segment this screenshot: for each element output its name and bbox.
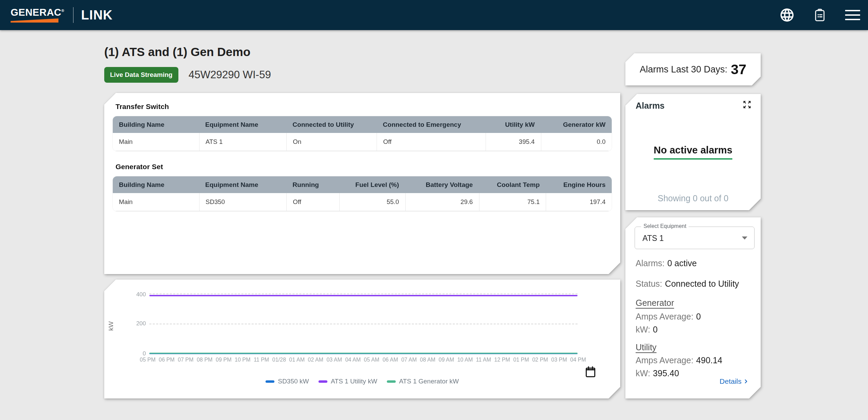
live-data-streaming-badge: Live Data Streaming bbox=[104, 67, 178, 83]
site-id: 45W29290 WI-59 bbox=[189, 69, 271, 81]
gridline-200 bbox=[149, 324, 578, 324]
details-link[interactable]: Details bbox=[720, 377, 749, 385]
calendar-icon[interactable] bbox=[584, 365, 597, 379]
alarms-summary-label: Alarms Last 30 Days: bbox=[640, 64, 728, 75]
transfer-switch-table: Building Name Equipment Name Connected t… bbox=[113, 116, 612, 151]
alarms-summary-card: Alarms Last 30 Days: 37 bbox=[625, 53, 761, 85]
generator-section-heading: Generator bbox=[636, 298, 674, 308]
col-equipment-name: Equipment Name bbox=[199, 116, 287, 133]
select-equipment-value: ATS 1 bbox=[642, 234, 664, 243]
generator-set-table: Building Name Equipment Name Running Fue… bbox=[113, 176, 612, 211]
x-axis-line bbox=[149, 354, 578, 355]
alarms-card-title: Alarms bbox=[636, 101, 665, 111]
chart-legend: SD350 kW ATS 1 Utility kW ATS 1 Generato… bbox=[104, 378, 620, 385]
col-equipment-name: Equipment Name bbox=[199, 176, 287, 193]
series-line-ats1-generator-kw bbox=[149, 353, 578, 354]
select-equipment-label: Select Equipment bbox=[641, 223, 689, 229]
utility-kw-row: kW:395.40 bbox=[636, 368, 679, 378]
generac-logo: GENERAC® bbox=[11, 8, 64, 23]
equipment-tables-card: Transfer Switch Building Name Equipment … bbox=[104, 93, 620, 274]
utility-section-heading: Utility bbox=[636, 342, 656, 352]
generator-amps-row: Amps Average:0 bbox=[636, 312, 701, 322]
generac-wordmark: GENERAC® bbox=[11, 8, 64, 17]
gridline-400 bbox=[149, 294, 578, 294]
link-wordmark: LINK bbox=[81, 8, 113, 23]
brand-divider bbox=[73, 7, 73, 23]
col-connected-utility: Connected to Utility bbox=[286, 116, 377, 133]
expand-icon[interactable] bbox=[742, 100, 752, 109]
navbar-actions bbox=[779, 7, 860, 23]
top-navbar: GENERAC® LINK bbox=[0, 0, 868, 30]
col-coolant-temp: Coolant Temp bbox=[479, 176, 546, 193]
col-generator-kw: Generator kW bbox=[541, 116, 612, 133]
equipment-detail-card: Select Equipment ATS 1 Alarms:0 active S… bbox=[625, 217, 761, 398]
chevron-right-icon bbox=[743, 378, 749, 384]
ytick-400: 400 bbox=[125, 291, 146, 298]
generac-link-dashboard: GENERAC® LINK bbox=[0, 0, 868, 420]
site-header-row: Live Data Streaming 45W29290 WI-59 bbox=[104, 67, 271, 83]
generator-set-row: Main SD350 Off 55.0 29.6 75.1 197.4 bbox=[113, 193, 612, 211]
equipment-status-row: Status:Connected to Utility bbox=[636, 279, 739, 289]
menu-icon[interactable] bbox=[845, 7, 860, 23]
ytick-0: 0 bbox=[125, 350, 146, 357]
generac-orange-wedge bbox=[11, 18, 58, 23]
col-connected-emergency: Connected to Emergency bbox=[377, 116, 485, 133]
transfer-switch-title: Transfer Switch bbox=[116, 103, 612, 111]
chart-y-axis-label: kW bbox=[107, 321, 115, 330]
col-battery-voltage: Battery Voltage bbox=[405, 176, 479, 193]
series-line-ats1-utility-kw bbox=[149, 295, 578, 296]
legend-marker bbox=[266, 380, 274, 383]
chart-x-axis-labels: 05 PM06 PM07 PM08 PM09 PM10 PM11 PM01/28… bbox=[140, 357, 586, 363]
generator-kw-row: kW:0 bbox=[636, 325, 658, 335]
globe-icon[interactable] bbox=[779, 7, 795, 23]
alarms-summary-value: 37 bbox=[731, 62, 746, 78]
utility-amps-row: Amps Average:490.14 bbox=[636, 355, 722, 365]
legend-marker bbox=[318, 380, 327, 383]
equipment-alarms-row: Alarms:0 active bbox=[636, 258, 697, 268]
col-fuel-level: Fuel Level (%) bbox=[339, 176, 405, 193]
clipboard-icon[interactable] bbox=[812, 7, 828, 23]
legend-item-ats1-utility-kw[interactable]: ATS 1 Utility kW bbox=[318, 378, 377, 385]
legend-item-sd350-kw[interactable]: SD350 kW bbox=[266, 378, 309, 385]
generator-set-title: Generator Set bbox=[116, 163, 612, 171]
select-equipment-dropdown[interactable]: Select Equipment ATS 1 bbox=[635, 227, 755, 249]
page-title: (1) ATS and (1) Gen Demo bbox=[104, 45, 250, 59]
col-running: Running bbox=[286, 176, 339, 193]
legend-item-ats1-generator-kw[interactable]: ATS 1 Generator kW bbox=[387, 378, 459, 385]
power-chart-card: kW 400 200 0 05 PM06 PM07 PM08 PM09 PM10… bbox=[104, 280, 620, 398]
col-building-name: Building Name bbox=[113, 176, 199, 193]
col-building-name: Building Name bbox=[113, 116, 199, 133]
alarms-showing-count: Showing 0 out of 0 bbox=[625, 193, 761, 203]
brand-logo: GENERAC® LINK bbox=[11, 7, 113, 23]
col-utility-kw: Utility kW bbox=[486, 116, 541, 133]
no-active-alarms-message: No active alarms bbox=[625, 145, 761, 160]
ytick-200: 200 bbox=[125, 320, 146, 327]
transfer-switch-header-row: Building Name Equipment Name Connected t… bbox=[113, 116, 612, 133]
transfer-switch-row: Main ATS 1 On Off 395.4 0.0 bbox=[113, 133, 612, 151]
alarms-card: Alarms No active alarms Showing 0 out of… bbox=[625, 94, 761, 210]
registered-mark: ® bbox=[62, 9, 65, 13]
chevron-down-icon bbox=[742, 236, 747, 240]
col-engine-hours: Engine Hours bbox=[546, 176, 612, 193]
generator-set-header-row: Building Name Equipment Name Running Fue… bbox=[113, 176, 612, 193]
legend-marker bbox=[387, 380, 396, 383]
